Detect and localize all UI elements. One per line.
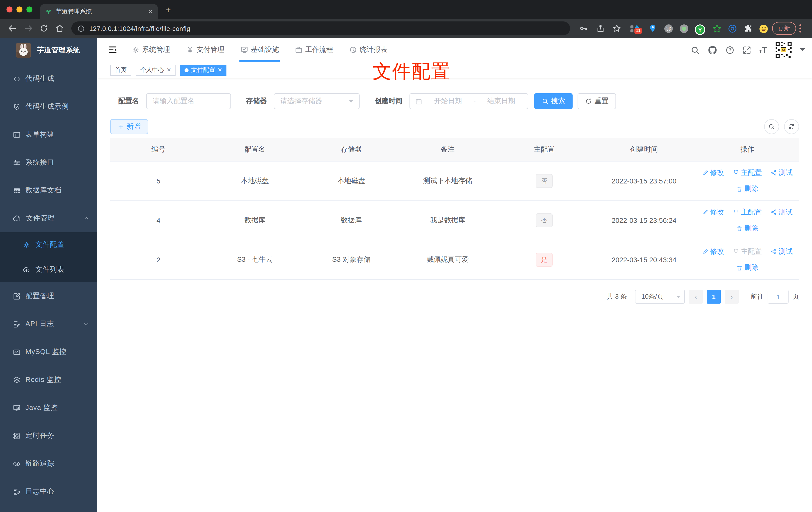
sidebar-item-system-api[interactable]: 系统接口 (0, 149, 97, 177)
sidebar-item-db-doc[interactable]: 数据库文档 (0, 177, 97, 204)
browser-update-button[interactable]: 更新 (772, 22, 796, 35)
next-page-button[interactable]: › (725, 290, 739, 304)
browser-tab[interactable]: 芋道管理系统 ✕ (40, 4, 158, 19)
add-button[interactable]: 新增 (110, 119, 148, 134)
maximize-window-button[interactable] (26, 6, 32, 12)
extension-emoji-icon[interactable] (759, 24, 767, 33)
gear-icon (23, 241, 30, 249)
sidebar-item-code-gen[interactable]: 代码生成 (0, 65, 97, 93)
date-range-picker[interactable]: 开始日期 - 结束日期 (409, 93, 528, 109)
test-link[interactable]: 测试 (771, 208, 793, 217)
close-icon[interactable]: ✕ (218, 67, 222, 73)
extension-pin-icon[interactable] (648, 24, 657, 33)
nav-item-pay-manage[interactable]: 支付管理 (185, 38, 226, 62)
sidebar-item-config-manage[interactable]: 配置管理 (0, 282, 97, 310)
password-key-icon[interactable] (579, 24, 588, 33)
sidebar-item-log-center[interactable]: 日志中心 (0, 478, 97, 506)
extension-star-icon[interactable] (712, 24, 721, 33)
home-icon[interactable] (55, 24, 64, 33)
site-info-icon[interactable] (77, 25, 85, 32)
sidebar-item-file-list[interactable]: 文件列表 (0, 257, 97, 282)
sidebar-item-tracing[interactable]: 链路追踪 (0, 450, 97, 478)
extensions-puzzle-icon[interactable] (744, 24, 753, 33)
col-header-master: 主配置 (496, 138, 592, 161)
search-icon[interactable] (690, 45, 699, 55)
tag-home[interactable]: 首页 (110, 65, 131, 76)
close-icon[interactable]: ✕ (167, 67, 171, 73)
logo-rabbit-image (16, 43, 31, 58)
favicon-sprout-icon (45, 8, 52, 15)
forward-icon[interactable] (24, 24, 33, 33)
cell-id: 2 (110, 240, 207, 279)
close-window-button[interactable] (6, 6, 12, 12)
tab-close-icon[interactable]: ✕ (148, 8, 153, 15)
test-link[interactable]: 测试 (771, 247, 793, 256)
window-controls[interactable] (6, 6, 32, 12)
collapse-sidebar-icon[interactable] (108, 45, 118, 55)
extension-record-icon[interactable] (679, 24, 688, 33)
sidebar-item-file-config[interactable]: 文件配置 (0, 232, 97, 257)
sidebar-item-scheduled-tasks[interactable]: 定时任务 (0, 422, 97, 450)
page-number-button[interactable]: 1 (707, 290, 721, 304)
sidebar-item-api-log[interactable]: API 日志 (0, 310, 97, 338)
goto-page-input[interactable] (767, 290, 788, 304)
github-icon[interactable] (707, 44, 718, 55)
avatar-dropdown-caret-icon[interactable] (800, 48, 805, 51)
delete-link[interactable]: 删除 (736, 184, 758, 193)
page-content: 配置名 请输入配置名 存储器 请选择存储器 创建时间 开始日期 - 结束日期 (97, 93, 812, 304)
fullscreen-icon[interactable] (742, 45, 751, 55)
new-tab-button[interactable]: + (166, 5, 171, 16)
sidebar-item-mysql-monitor[interactable]: MySQL 监控 (0, 338, 97, 366)
master-config-link[interactable]: 主配置 (733, 168, 762, 177)
user-avatar-qr[interactable] (775, 41, 792, 59)
minimize-window-button[interactable] (17, 6, 23, 12)
test-link[interactable]: 测试 (771, 168, 793, 177)
extension-workspace-icon[interactable]: 11 (630, 24, 639, 33)
sidebar-item-code-demo[interactable]: 代码生成示例 (0, 93, 97, 121)
prev-page-button[interactable]: ‹ (689, 290, 703, 304)
sidebar: 芋道管理系统 代码生成 代码生成示例 表单构建 系统接口 (0, 38, 97, 512)
sidebar-item-redis-monitor[interactable]: Redis 监控 (0, 366, 97, 394)
pie-chart-icon (349, 46, 357, 54)
sidebar-item-java-monitor[interactable]: Java 监控 (0, 394, 97, 422)
edit-link[interactable]: 修改 (702, 208, 724, 217)
extension-y-icon[interactable]: Y (694, 24, 703, 33)
address-bar[interactable]: 127.0.0.1:1024/infra/file/file-config (71, 22, 570, 35)
page-size-select[interactable]: 10条/页 (635, 290, 685, 304)
url-text[interactable]: 127.0.0.1:1024/infra/file/file-config (89, 25, 190, 32)
show-search-toggle-button[interactable] (764, 119, 779, 134)
refresh-table-button[interactable] (784, 119, 799, 134)
nav-item-workflow[interactable]: 工作流程 (294, 38, 334, 62)
bookmark-star-icon[interactable] (612, 24, 621, 33)
nav-item-system-manage[interactable]: 系统管理 (131, 38, 171, 62)
back-icon[interactable] (7, 24, 17, 33)
master-status-badge: 否 (536, 213, 553, 227)
extension-command-icon[interactable]: ⌘ (664, 24, 673, 33)
browser-menu-icon[interactable] (799, 24, 802, 33)
sidebar-item-file-manage[interactable]: 文件管理 (0, 204, 97, 232)
nav-item-reports[interactable]: 统计报表 (348, 38, 388, 62)
config-name-input[interactable]: 请输入配置名 (146, 93, 231, 109)
delete-link[interactable]: 删除 (736, 224, 758, 233)
tag-file-config[interactable]: 文件配置✕ (180, 65, 227, 76)
delete-link[interactable]: 删除 (736, 263, 758, 272)
storage-select[interactable]: 请选择存储器 (274, 93, 359, 109)
log-center-icon (12, 487, 21, 496)
edit-link[interactable]: 修改 (702, 247, 724, 256)
help-icon[interactable] (725, 45, 734, 55)
search-button[interactable]: 搜索 (534, 93, 573, 109)
app-logo: 芋道管理系统 (0, 38, 97, 63)
reload-icon[interactable] (39, 24, 48, 33)
yen-icon (186, 46, 194, 54)
timer-task-icon (12, 431, 21, 440)
share-icon[interactable] (596, 24, 605, 33)
cell-id: 4 (110, 201, 207, 240)
reset-button[interactable]: 重置 (578, 93, 616, 109)
sidebar-item-form-builder[interactable]: 表单构建 (0, 121, 97, 149)
extension-eye-icon[interactable] (728, 24, 737, 33)
edit-link[interactable]: 修改 (702, 168, 724, 177)
nav-item-infrastructure[interactable]: 基础设施 (239, 38, 280, 62)
master-config-link[interactable]: 主配置 (733, 208, 762, 217)
tag-profile[interactable]: 个人中心✕ (136, 65, 176, 76)
font-size-icon[interactable]: TT (759, 46, 767, 54)
